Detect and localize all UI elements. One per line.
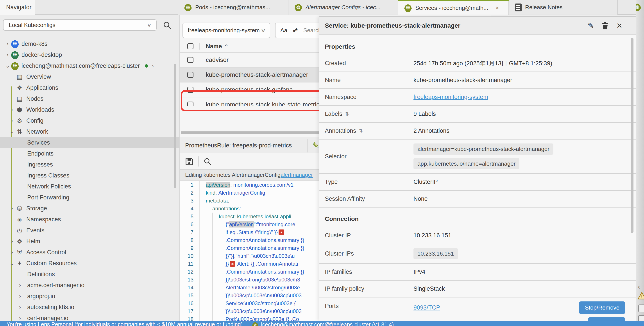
save-icon[interactable]	[185, 157, 194, 166]
chevron-icon[interactable]: ›	[9, 106, 15, 113]
property-label: Selector	[319, 153, 414, 160]
expander-icon[interactable]: ⇅	[345, 111, 349, 117]
sidebar-item-label: Ingress Classes	[27, 172, 69, 179]
sidebar-item-nodes[interactable]: ▤Nodes	[0, 93, 180, 104]
sidebar-item-network[interactable]: ⌄⇅Network	[0, 126, 180, 137]
sidebar-item-acme-cert-manager-io[interactable]: ›acme.cert-manager.io	[0, 280, 180, 291]
sidebar-item-definitions[interactable]: Definitions	[0, 269, 180, 280]
editor-search-icon[interactable]	[203, 157, 212, 166]
clipped-button	[638, 304, 644, 312]
chevron-icon[interactable]: ›	[16, 304, 24, 310]
sidebar-item-label: Custom Resources	[26, 260, 77, 267]
cluster-item-docker-desktop[interactable]: ›☸docker-desktop	[0, 49, 180, 60]
sidebar-item-events[interactable]: ◷Events	[0, 225, 180, 236]
sort-asc-icon[interactable]: ^	[224, 44, 228, 49]
name-column-header[interactable]: Name	[206, 43, 222, 50]
tab-alertmanager-configs-icec-[interactable]: ☸Alertmanager Configs - icec...	[288, 0, 398, 15]
sidebar-item-config[interactable]: ›⚙Config	[0, 115, 180, 126]
expander-icon[interactable]: ⇅	[359, 128, 363, 134]
indent-guide	[206, 307, 212, 315]
line-number: 8	[180, 237, 199, 243]
sidebar-item-argoproj-io[interactable]: ›argoproj.io	[0, 291, 180, 302]
chevron-icon[interactable]: ›	[16, 282, 24, 288]
namespace-select-value: freeleaps-monitoring-system	[188, 27, 260, 34]
chevron-icon[interactable]: ›	[9, 205, 15, 212]
sidebar-item-services[interactable]: Services	[0, 137, 180, 148]
indent-guide	[206, 212, 212, 220]
cluster-item-demo-k8s[interactable]: ›☸demo-k8s	[0, 38, 180, 49]
code-line-body: .CommonAnnotations.summary }}	[199, 268, 304, 276]
forward--button[interactable]: Forward...	[588, 317, 625, 321]
property-row-annotations: Annotations⇅2 Annotations	[319, 123, 636, 140]
chevron-icon[interactable]: ›	[9, 118, 15, 124]
sidebar-item-port-forwarding[interactable]: Port Forwarding	[0, 192, 180, 203]
indent-guide	[219, 276, 226, 284]
sidebar-item-workloads[interactable]: ›⬢Workloads	[0, 104, 180, 115]
chevron-icon[interactable]: ⌄	[4, 63, 11, 69]
chevron-icon[interactable]: ›	[9, 249, 15, 255]
property-label: Annotations⇅	[319, 128, 414, 134]
chevron-icon[interactable]: ⌄	[9, 260, 15, 266]
property-label: Labels⇅	[319, 110, 414, 117]
chevron-icon[interactable]: ›	[4, 52, 11, 58]
sidebar-item-namespaces[interactable]: ◈Namespaces	[0, 214, 180, 225]
sidebar-item-endpoints[interactable]: Endpoints	[0, 148, 180, 159]
delete-icon[interactable]	[602, 22, 609, 30]
prometheusrule-title: PrometheusRule: freepeals-prod-metrics	[185, 142, 292, 149]
search-icon[interactable]	[163, 21, 172, 30]
line-number: 3	[180, 198, 199, 204]
tab-label: Services - icecheng@math...	[415, 4, 488, 12]
editing-note-link[interactable]: alertmanager	[280, 172, 313, 178]
indent-guide	[212, 236, 219, 244]
match-case-toggle[interactable]: Aa	[280, 27, 287, 34]
row-checkbox[interactable]	[187, 72, 194, 78]
close-icon[interactable]: ✕	[616, 21, 623, 30]
cluster-version-label: icecheng@mathmast.com@freeleaps-cluster …	[261, 322, 394, 326]
sidebar-item-autoscaling-k8s-io[interactable]: ›autoscaling.k8s.io	[0, 302, 180, 312]
navigator-tab[interactable]: Navigator	[0, 0, 35, 15]
property-row-selector: Selectoralertmanager=kube-prometheus-sta…	[319, 140, 636, 174]
select-all-checkbox[interactable]	[187, 43, 194, 49]
sidebar-item-storage[interactable]: ›⛁Storage	[0, 203, 180, 214]
namespace-select[interactable]: freeleaps-monitoring-system ∨	[182, 22, 270, 38]
row-checkbox[interactable]	[187, 57, 194, 63]
applications-icon: ❖	[15, 84, 24, 92]
access-control-icon: ⛨	[15, 249, 24, 256]
kubeconfig-select[interactable]: Local Kubeconfigs ∨	[3, 19, 156, 31]
stop-remove-button[interactable]: Stop/Remove	[579, 302, 625, 314]
chevron-icon[interactable]: ›	[9, 238, 15, 244]
sidebar-item-label: Services	[27, 139, 50, 146]
sidebar-item-ingress-classes[interactable]: Ingress Classes	[0, 170, 180, 181]
sidebar-item-network-policies[interactable]: Network Policies	[0, 181, 180, 192]
cluster-label: docker-desktop	[22, 52, 62, 58]
cluster-item-icecheng-mathmast-com-freeleaps-cluster[interactable]: ⌄☸icecheng@mathmast.com@freeleaps-cluste…	[0, 60, 180, 71]
chevron-left-icon[interactable]: ‹	[638, 282, 640, 291]
chevron-icon[interactable]: ›	[16, 315, 24, 321]
sidebar-item-custom-resources[interactable]: ⌄✦Custom Resources	[0, 258, 180, 269]
right-edge-strip: ☸ ‹	[636, 0, 644, 326]
sidebar-item-applications[interactable]: ❖Applications	[0, 82, 180, 93]
tab-pods-icecheng-mathmas-[interactable]: ☸Pods - icecheng@mathmas...	[178, 0, 288, 15]
sidebar-scrollbar[interactable]	[174, 64, 176, 188]
edit-icon[interactable]: ✎	[588, 21, 594, 30]
property-label: Type	[319, 178, 414, 186]
close-icon[interactable]: ×	[496, 4, 499, 12]
sidebar-item-helm[interactable]: ›☸Helm	[0, 236, 180, 247]
chevron-icon[interactable]: ›	[16, 293, 24, 299]
active-cluster-status[interactable]: ☸ icecheng@mathmast.com@freeleaps-cluste…	[252, 321, 394, 326]
tab-services-icecheng-math-[interactable]: ☸Services - icecheng@math...×	[398, 0, 509, 15]
chevron-icon[interactable]: ›	[4, 41, 11, 47]
tab-release-notes[interactable]: Release Notes	[509, 0, 618, 15]
namespace-link[interactable]: freeleaps-monitoring-system	[414, 94, 488, 100]
port-link[interactable]: 9093/TCP	[414, 304, 440, 311]
sidebar-item-label: Definitions	[27, 271, 55, 278]
edit-pencil-icon[interactable]: ✎	[312, 140, 319, 150]
sidebar-item-access-control[interactable]: ›⛨Access Control	[0, 247, 180, 258]
sidebar-item-overview[interactable]: ▦Overview	[0, 71, 180, 82]
regex-toggle[interactable]: ▪*	[293, 27, 298, 34]
chevron-right-icon[interactable]: ›	[152, 62, 154, 69]
sidebar-item-ingresses[interactable]: Ingresses	[0, 159, 180, 170]
chevron-icon[interactable]: ⌄	[9, 128, 15, 135]
code-line-body: }}\u003c/p\u003e\n\u003cp\u003	[199, 292, 302, 300]
details-scrollbar[interactable]	[631, 38, 634, 233]
